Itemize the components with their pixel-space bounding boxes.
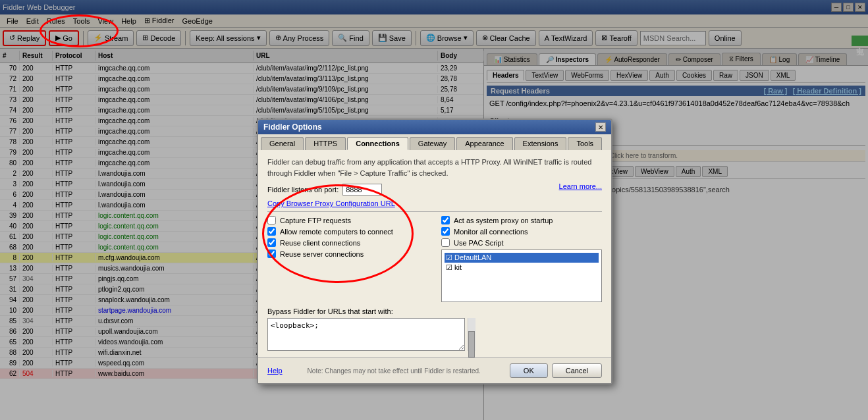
- help-link[interactable]: Help: [267, 367, 283, 375]
- bypass-input[interactable]: <loopback>;: [267, 318, 465, 351]
- dialog-overlay: Fiddler Options ✕ General HTTPS Connecti…: [0, 0, 868, 420]
- capture-ftp-row: Capture FTP requests: [267, 216, 428, 224]
- dialog-titlebar: Fiddler Options ✕: [258, 120, 611, 134]
- allow-remote-label: Allow remote computers to connect: [280, 228, 393, 236]
- dialog-close-button[interactable]: ✕: [595, 122, 606, 132]
- dialog-tab-appearance[interactable]: Appearance: [456, 137, 512, 150]
- monitor-connections-checkbox[interactable]: [441, 227, 450, 236]
- dialog-title: Fiddler Options: [263, 122, 322, 132]
- dialog-tab-gateway[interactable]: Gateway: [410, 137, 455, 150]
- reuse-client-label: Reuse client connections: [280, 239, 360, 247]
- options-columns: Capture FTP requests Allow remote comput…: [267, 216, 602, 302]
- act-as-proxy-label: Act as system proxy on startup: [454, 217, 553, 224]
- act-as-proxy-checkbox[interactable]: [441, 216, 450, 224]
- connections-listbox: ☑ DefaultLAN ☑ kit: [441, 249, 602, 302]
- dialog-tab-https[interactable]: HTTPS: [305, 137, 346, 150]
- reuse-client-row: Reuse client connections: [267, 238, 428, 247]
- bypass-section: Bypass Fiddler for URLs that start with:…: [267, 307, 602, 351]
- dialog-tab-connections[interactable]: Connections: [347, 137, 408, 150]
- list-item-defaultlan[interactable]: ☑ DefaultLAN: [445, 253, 599, 263]
- reuse-server-label: Reuse server connections: [280, 250, 364, 258]
- copy-browser-proxy-link[interactable]: Copy Browser Proxy Configuration URL: [267, 199, 395, 207]
- footer-note: Note: Changes may not take effect until …: [283, 367, 506, 375]
- dialog-tab-general[interactable]: General: [261, 137, 304, 150]
- learn-more-link[interactable]: Learn more...: [559, 182, 602, 190]
- port-label: Fiddler listens on port:: [267, 186, 339, 194]
- act-as-proxy-row: Act as system proxy on startup: [441, 216, 602, 224]
- fiddler-options-dialog: Fiddler Options ✕ General HTTPS Connecti…: [257, 118, 612, 384]
- allow-remote-checkbox[interactable]: [267, 227, 276, 236]
- options-divider: [267, 211, 602, 212]
- dialog-content: Fiddler can debug traffic from any appli…: [258, 150, 611, 357]
- bypass-input-container: <loopback>;: [267, 318, 602, 351]
- left-options: Capture FTP requests Allow remote comput…: [267, 216, 428, 302]
- copy-proxy-row: Copy Browser Proxy Configuration URL: [267, 199, 602, 207]
- use-pac-row: Use PAC Script: [441, 238, 602, 247]
- capture-ftp-label: Capture FTP requests: [280, 217, 351, 224]
- dialog-footer: Help Note: Changes may not take effect u…: [258, 357, 611, 383]
- dialog-tab-tools[interactable]: Tools: [568, 137, 602, 150]
- bypass-scrollbar[interactable]: [468, 318, 475, 351]
- dialog-description: Fiddler can debug traffic from any appli…: [267, 157, 602, 178]
- monitor-connections-label: Monitor all connections: [454, 228, 528, 236]
- port-input[interactable]: [342, 184, 382, 196]
- dialog-tabs: General HTTPS Connections Gateway Appear…: [258, 134, 611, 150]
- cancel-button[interactable]: Cancel: [552, 363, 602, 378]
- monitor-connections-row: Monitor all connections: [441, 227, 602, 236]
- scrollbar-thumb: [468, 331, 475, 357]
- reuse-server-row: Reuse server connections: [267, 249, 428, 258]
- reuse-server-checkbox[interactable]: [267, 249, 276, 258]
- use-pac-checkbox[interactable]: [441, 238, 450, 247]
- ok-button[interactable]: OK: [510, 363, 548, 378]
- port-row: Fiddler listens on port:: [267, 184, 559, 196]
- use-pac-label: Use PAC Script: [454, 239, 504, 247]
- dialog-tab-extensions[interactable]: Extensions: [514, 137, 567, 150]
- right-options: Act as system proxy on startup Monitor a…: [441, 216, 602, 302]
- bypass-label: Bypass Fiddler for URLs that start with:: [267, 307, 602, 315]
- list-item-kit[interactable]: ☑ kit: [445, 263, 599, 273]
- reuse-client-checkbox[interactable]: [267, 238, 276, 247]
- capture-ftp-checkbox[interactable]: [267, 216, 276, 224]
- allow-remote-row: Allow remote computers to connect: [267, 227, 428, 236]
